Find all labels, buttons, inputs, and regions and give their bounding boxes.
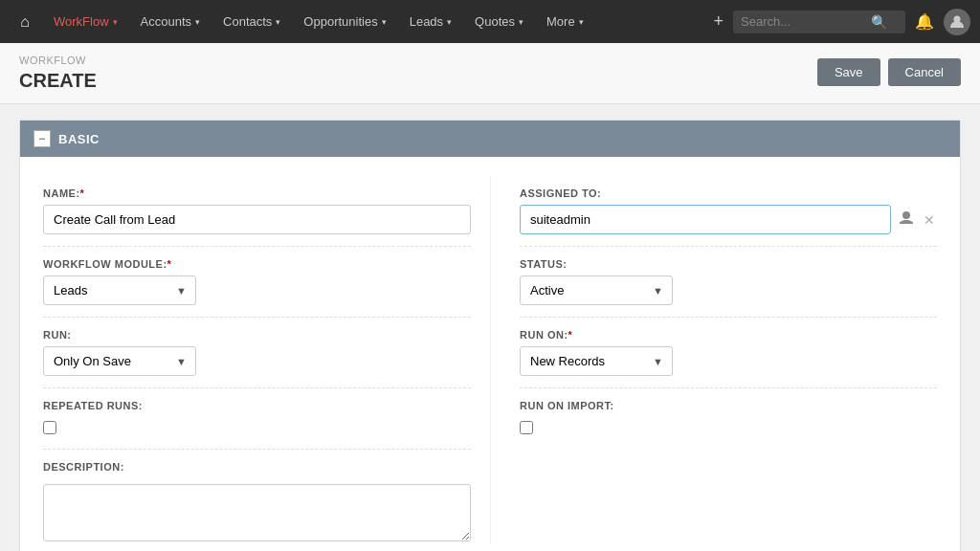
run-on-import-row: RUN ON IMPORT:: [520, 388, 937, 449]
nav-item-quotes[interactable]: Quotes ▾: [465, 9, 533, 34]
nav-item-workflow[interactable]: WorkFlow ▾: [44, 9, 127, 34]
basic-panel: − BASIC NAME:*: [19, 120, 961, 551]
notifications-icon[interactable]: 🔔: [909, 9, 940, 34]
add-button[interactable]: +: [707, 8, 729, 35]
panel-toggle-button[interactable]: −: [33, 130, 51, 147]
nav-item-leads[interactable]: Leads ▾: [400, 9, 461, 34]
run-select[interactable]: Only On Save Always Once: [43, 346, 196, 376]
repeated-runs-checkbox[interactable]: [43, 421, 56, 434]
assigned-to-row: ASSIGNED TO: ✕: [520, 176, 937, 247]
assigned-to-label: ASSIGNED TO:: [520, 187, 937, 199]
status-label: STATUS:: [520, 258, 937, 270]
name-label: NAME:*: [43, 187, 471, 199]
run-on-import-checkbox[interactable]: [520, 421, 533, 434]
nav-item-opportunities[interactable]: Opportunities ▾: [294, 9, 395, 34]
select-user-icon[interactable]: [897, 209, 916, 231]
nav-item-accounts[interactable]: Accounts ▾: [131, 9, 210, 34]
run-select-wrapper: Only On Save Always Once ▼: [43, 346, 196, 376]
run-row: RUN: Only On Save Always Once ▼: [43, 318, 471, 388]
panel-body: NAME:* WORKFLOW MODULE:* Leads Accounts: [20, 157, 960, 551]
main-content: − BASIC NAME:*: [0, 104, 980, 551]
panel-title: BASIC: [58, 132, 100, 146]
top-navigation: ⌂ WorkFlow ▾ Accounts ▾ Contacts ▾ Oppor…: [0, 0, 980, 43]
page-title: CREATE: [19, 70, 97, 92]
page-title-area: WORKFLOW CREATE: [19, 55, 97, 92]
assigned-to-wrapper: ✕: [520, 205, 937, 234]
search-input[interactable]: [741, 14, 865, 29]
assigned-to-input[interactable]: [520, 205, 891, 234]
repeated-runs-row: REPEATED RUNS:: [43, 388, 471, 450]
contacts-caret: ▾: [276, 17, 280, 27]
run-label: RUN:: [43, 329, 471, 341]
accounts-caret: ▾: [195, 17, 200, 27]
status-row: STATUS: Active Inactive ▼: [520, 247, 937, 318]
workflow-module-row: WORKFLOW MODULE:* Leads Accounts Contact…: [43, 247, 471, 318]
run-on-select[interactable]: New Records All Records Modified Records: [520, 346, 673, 376]
workflow-module-select[interactable]: Leads Accounts Contacts: [43, 276, 196, 305]
workflow-caret: ▾: [113, 17, 118, 27]
description-section: DESCRIPTION:: [43, 450, 471, 544]
cancel-button[interactable]: Cancel: [888, 58, 961, 86]
run-on-import-label: RUN ON IMPORT:: [520, 400, 937, 411]
clear-assigned-icon[interactable]: ✕: [922, 210, 937, 230]
panel-header: − BASIC: [20, 121, 960, 157]
more-caret: ▾: [579, 17, 584, 27]
nav-item-contacts[interactable]: Contacts ▾: [213, 9, 290, 34]
description-label: DESCRIPTION:: [43, 461, 471, 473]
form-grid: NAME:* WORKFLOW MODULE:* Leads Accounts: [43, 176, 937, 544]
status-select[interactable]: Active Inactive: [520, 276, 673, 305]
run-on-label: RUN ON:*: [520, 329, 937, 341]
leads-caret: ▾: [447, 17, 452, 27]
description-textarea[interactable]: [43, 484, 471, 541]
page-header: WORKFLOW CREATE Save Cancel: [0, 43, 980, 104]
nav-item-more[interactable]: More ▾: [537, 9, 593, 34]
form-left-column: NAME:* WORKFLOW MODULE:* Leads Accounts: [43, 176, 490, 544]
name-input[interactable]: [43, 205, 471, 234]
save-button[interactable]: Save: [817, 58, 880, 86]
workflow-module-label: WORKFLOW MODULE:*: [43, 258, 471, 270]
form-right-column: ASSIGNED TO: ✕ STATUS:: [490, 176, 937, 544]
run-on-row: RUN ON:* New Records All Records Modifie…: [520, 318, 937, 388]
name-row: NAME:*: [43, 176, 471, 247]
header-actions: Save Cancel: [817, 58, 961, 86]
user-avatar[interactable]: [944, 9, 970, 35]
search-container: 🔍: [733, 11, 905, 33]
workflow-module-select-wrapper: Leads Accounts Contacts ▼: [43, 276, 196, 305]
quotes-caret: ▾: [519, 17, 523, 27]
repeated-runs-label: REPEATED RUNS:: [43, 400, 471, 411]
status-select-wrapper: Active Inactive ▼: [520, 276, 673, 305]
opportunities-caret: ▾: [382, 17, 387, 27]
search-icon: 🔍: [871, 14, 887, 30]
breadcrumb: WORKFLOW: [19, 55, 97, 66]
run-on-select-wrapper: New Records All Records Modified Records…: [520, 346, 673, 376]
home-button[interactable]: ⌂: [10, 7, 40, 37]
